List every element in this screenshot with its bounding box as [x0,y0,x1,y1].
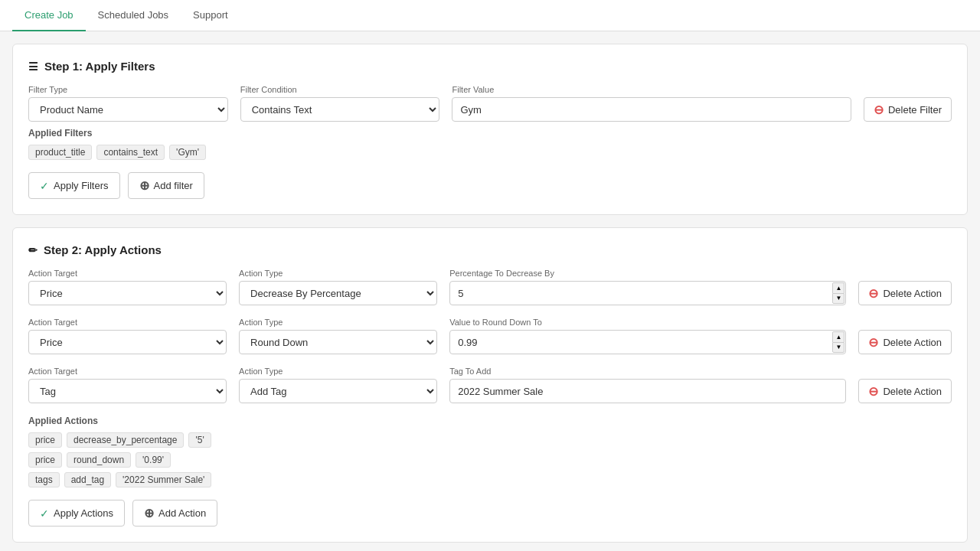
filter-tag-contains-text: contains_text [96,145,165,160]
action-type-group-1: Action Type Decrease By Percentage [239,269,437,305]
filter-type-label: Filter Type [28,85,228,94]
action-type-select-1[interactable]: Decrease By Percentage [239,281,437,305]
add-filter-button[interactable]: ⊕ Add filter [128,172,204,199]
filter-form-row: Filter Type Product Name Filter Conditio… [28,85,952,122]
tab-support[interactable]: Support [181,0,240,31]
action-value-input-2[interactable] [449,330,846,354]
filter-value-group: Filter Value [452,85,851,122]
action-type-label-3: Action Type [239,367,437,376]
minus-circle-icon-3: ⊖ [868,384,878,399]
apply-filters-button[interactable]: ✓ Apply Filters [28,172,120,199]
action-type-label-2: Action Type [239,318,437,327]
tab-create-job[interactable]: Create Job [12,0,86,31]
applied-action-tag-addtag: add_tag [64,472,111,487]
applied-action-tag-099: '0.99' [136,452,171,468]
action-value-input-1[interactable] [449,281,846,305]
apply-actions-label: Apply Actions [54,507,113,519]
plus-icon-2: ⊕ [144,506,154,520]
step1-action-buttons: ✓ Apply Filters ⊕ Add filter [28,172,952,199]
filter-condition-label: Filter Condition [240,85,440,94]
minus-circle-icon: ⊖ [874,103,884,117]
add-action-button[interactable]: ⊕ Add Action [132,500,217,527]
filter-condition-group: Filter Condition Contains Text [240,85,440,122]
spinner-down-2[interactable]: ▼ [832,342,844,353]
action-row-3: Action Target Tag Action Type Add Tag Ta… [28,367,952,403]
action-type-label-1: Action Type [239,269,437,278]
delete-action-button-3[interactable]: ⊖ Delete Action [858,379,952,403]
minus-circle-icon-1: ⊖ [868,286,878,301]
minus-circle-icon-2: ⊖ [868,335,878,350]
applied-filters-section: Applied Filters product_title contains_t… [28,128,952,160]
action-target-select-3[interactable]: Tag [28,379,227,403]
applied-filters-label: Applied Filters [28,128,952,139]
filter-value-label: Filter Value [452,85,851,94]
action-type-select-2[interactable]: Round Down [239,330,437,354]
delete-action-button-2[interactable]: ⊖ Delete Action [858,330,952,354]
delete-action-label-1: Delete Action [883,288,942,299]
applied-action-row-2: price round_down '0.99' [28,452,952,468]
filter-type-group: Filter Type Product Name [28,85,228,122]
action-target-label-2: Action Target [28,318,227,327]
spinner-down-1[interactable]: ▼ [832,293,844,304]
action-target-label-1: Action Target [28,269,227,278]
applied-action-tag-price-1: price [28,432,62,448]
action-target-label-3: Action Target [28,367,227,376]
filter-condition-select[interactable]: Contains Text [240,97,440,122]
action-type-group-3: Action Type Add Tag [239,367,437,403]
main-content: ☰ Step 1: Apply Filters Filter Type Prod… [0,31,980,551]
apply-actions-button[interactable]: ✓ Apply Actions [28,500,125,527]
check-icon: ✓ [40,180,49,192]
filter-type-select[interactable]: Product Name [28,97,228,122]
number-input-wrap-2: ▲ ▼ [449,330,846,354]
step2-action-buttons: ✓ Apply Actions ⊕ Add Action [28,500,952,527]
delete-action-button-1[interactable]: ⊖ Delete Action [858,281,952,305]
action-value-label-3: Tag To Add [449,367,846,376]
action-target-select-2[interactable]: Price [28,330,227,354]
applied-action-row-3: tags add_tag '2022 Summer Sale' [28,472,952,487]
filter-tag-gym: 'Gym' [169,145,206,160]
applied-action-tag-5: '5' [188,432,211,448]
spinner-1: ▲ ▼ [832,282,844,304]
action-value-group-3: Tag To Add [449,367,846,403]
step2-card: ✏ Step 2: Apply Actions Action Target Pr… [12,227,968,543]
action-value-group-2: Value to Round Down To ▲ ▼ [449,318,846,354]
apply-filters-label: Apply Filters [54,180,109,191]
applied-action-tag-summersale: '2022 Summer Sale' [116,472,211,487]
applied-action-tag-rounddown: round_down [67,452,131,468]
filter-value-input[interactable] [452,97,851,122]
delete-action-label-2: Delete Action [883,337,942,348]
action-target-group-1: Action Target Price [28,269,227,305]
pencil-icon: ✏ [28,244,38,256]
action-row-1: Action Target Price Action Type Decrease… [28,269,952,305]
action-value-input-3[interactable] [449,379,846,403]
applied-action-row-1: price decrease_by_percentage '5' [28,432,952,448]
check-icon-2: ✓ [40,507,49,520]
delete-filter-button[interactable]: ⊖ Delete Filter [864,97,952,122]
tab-scheduled-jobs[interactable]: Scheduled Jobs [86,0,181,31]
filter-tag-product-title: product_title [28,145,92,160]
delete-filter-label: Delete Filter [888,104,942,116]
add-filter-label: Add filter [154,180,193,191]
action-type-group-2: Action Type Round Down [239,318,437,354]
applied-action-tag-price-2: price [28,452,62,468]
action-target-select-1[interactable]: Price [28,281,227,305]
applied-action-tag-tags: tags [28,472,60,487]
filter-icon: ☰ [28,60,38,73]
step2-header: ✏ Step 2: Apply Actions [28,243,952,256]
applied-filter-row-1: product_title contains_text 'Gym' [28,145,952,160]
applied-action-tag-decrease: decrease_by_percentage [67,432,184,448]
action-row-2: Action Target Price Action Type Round Do… [28,318,952,354]
step1-header: ☰ Step 1: Apply Filters [28,60,952,73]
spinner-up-1[interactable]: ▲ [832,282,844,293]
spinner-2: ▲ ▼ [832,331,844,353]
step1-card: ☰ Step 1: Apply Filters Filter Type Prod… [12,44,968,215]
add-action-label: Add Action [158,507,206,519]
action-type-select-3[interactable]: Add Tag [239,379,437,403]
step2-title: Step 2: Apply Actions [44,243,162,256]
spinner-up-2[interactable]: ▲ [832,331,844,342]
action-target-group-2: Action Target Price [28,318,227,354]
plus-icon: ⊕ [139,178,149,193]
delete-action-label-3: Delete Action [883,386,942,397]
step1-title: Step 1: Apply Filters [44,60,155,73]
action-value-group-1: Percentage To Decrease By ▲ ▼ [449,269,846,305]
